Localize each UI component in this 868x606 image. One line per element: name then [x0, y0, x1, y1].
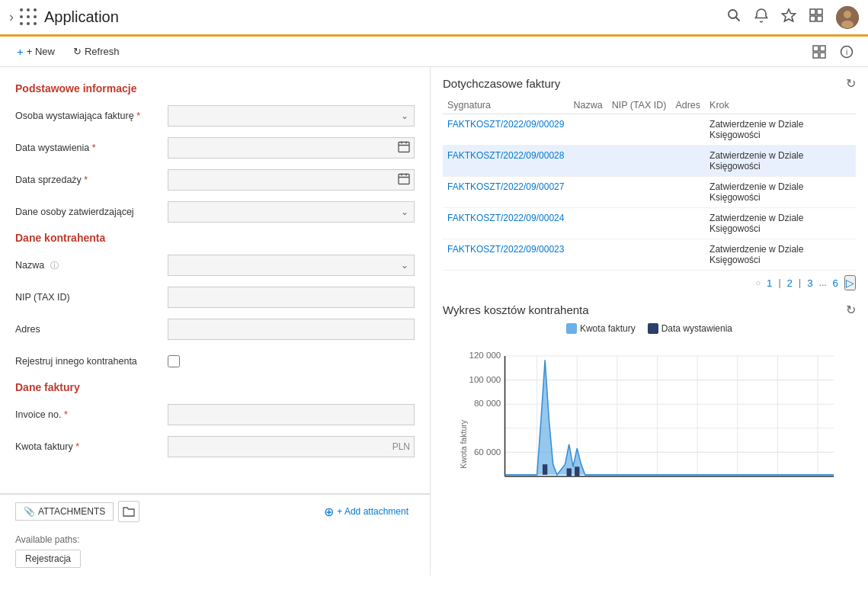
adres-input[interactable] [168, 319, 415, 340]
kwota-input[interactable] [168, 436, 415, 457]
chart-legend: Kwota faktury Data wystawienia [443, 323, 856, 334]
rejestracja-label: Rejestracja [25, 553, 71, 564]
nazwa-select-wrapper: ⌄ [168, 255, 415, 276]
sygnatura-link[interactable]: FAKTKOSZT/2022/09/00028 [447, 150, 564, 161]
table-row: FAKTKOSZT/2022/09/00029Zatwierdzenie w D… [443, 114, 856, 146]
left-panel: Podstawowe informacje Osoba wystawiająca… [0, 67, 431, 576]
folder-button[interactable] [118, 501, 139, 522]
nazwa-select[interactable] [168, 255, 415, 276]
attachments-button[interactable]: 📎 ATTACHMENTS [15, 502, 114, 521]
available-paths-label: Available paths: [15, 534, 415, 545]
sygnatura-link[interactable]: FAKTKOSZT/2022/09/00024 [447, 213, 564, 223]
svg-rect-46 [567, 468, 572, 476]
svg-rect-13 [820, 53, 825, 58]
pagination-prev-icon: ○ [755, 278, 761, 287]
data-sprzedazy-input[interactable] [168, 169, 415, 191]
pagination-next-button[interactable]: ▷ [844, 275, 856, 290]
adres-cell [671, 208, 705, 239]
dane-osoby-row: Dane osoby zatwierdzającej ⌄ [15, 200, 415, 224]
adres-cell [671, 146, 705, 177]
svg-marker-2 [783, 9, 796, 21]
attachments-label: ATTACHMENTS [38, 506, 105, 517]
nip-cell [607, 208, 671, 239]
chart-header: Wykres kosztów kontrahenta ↻ [443, 303, 856, 317]
nip-row: NIP (TAX ID) [15, 285, 415, 309]
data-wystawienia-label: Data wystawienia * [15, 143, 168, 153]
invoice-no-input[interactable] [168, 404, 415, 425]
chart-container: 120 000 100 000 80 000 60 000 Kwota fakt… [443, 340, 856, 492]
rejestruj-checkbox[interactable] [168, 355, 180, 367]
pag-sep-1: | [778, 277, 780, 288]
rejestracja-button[interactable]: Rejestracja [15, 550, 81, 568]
avatar[interactable] [836, 6, 859, 29]
dane-osoby-select[interactable] [168, 201, 415, 223]
faktury-refresh-icon[interactable]: ↻ [846, 76, 856, 91]
required-mark5: * [75, 441, 79, 452]
svg-rect-10 [813, 46, 818, 51]
new-button[interactable]: + + New [9, 42, 62, 61]
faktury-title: Dotychczasowe faktury [443, 77, 560, 90]
legend-kwota: Kwota faktury [566, 323, 636, 334]
required-mark2: * [92, 143, 96, 153]
app-title: Application [44, 8, 119, 26]
nip-label: NIP (TAX ID) [15, 292, 168, 303]
refresh-label: Refresh [85, 46, 120, 57]
sygnatura-link[interactable]: FAKTKOSZT/2022/09/00027 [447, 181, 564, 192]
invoice-no-row: Invoice no. * [15, 402, 415, 427]
nazwa-cell [569, 146, 607, 177]
add-attachment-button[interactable]: ⊕ + Add attachment [318, 502, 415, 522]
rejestruj-row: Rejestruj innego kontrahenta [15, 349, 415, 374]
nip-input[interactable] [168, 287, 415, 308]
grid-icon[interactable] [20, 8, 38, 27]
add-attachment-label: + Add attachment [337, 506, 408, 517]
top-bar-left: › Application [9, 8, 726, 27]
faktury-header-row: Sygnatura Nazwa NIP (TAX ID) Adres Krok [443, 97, 856, 114]
faktury-thead: Sygnatura Nazwa NIP (TAX ID) Adres Krok [443, 97, 856, 114]
page-2-button[interactable]: 2 [784, 276, 796, 290]
pag-sep-3: ... [819, 277, 827, 288]
expand-icon[interactable]: › [9, 9, 14, 25]
legend-kwota-label: Kwota faktury [580, 323, 636, 334]
nip-cell [607, 146, 671, 177]
new-icon: + [17, 45, 24, 58]
sygnatura-link[interactable]: FAKTKOSZT/2022/09/00023 [447, 244, 564, 255]
svg-rect-45 [543, 464, 547, 475]
page-1-button[interactable]: 1 [764, 276, 775, 290]
layout-toggle-button[interactable] [807, 40, 831, 64]
page-3-button[interactable]: 3 [804, 276, 815, 290]
svg-text:60 000: 60 000 [474, 447, 501, 457]
info-icon[interactable]: ⓘ [50, 261, 59, 270]
svg-point-8 [844, 11, 851, 18]
refresh-icon: ↻ [73, 46, 82, 57]
osoba-select[interactable] [168, 105, 415, 127]
osoba-select-wrapper: ⌄ [168, 105, 415, 127]
sygnatura-link[interactable]: FAKTKOSZT/2022/09/00029 [447, 119, 564, 130]
page-6-button[interactable]: 6 [830, 276, 841, 290]
chart-refresh-icon[interactable]: ↻ [846, 303, 856, 317]
info-button[interactable]: i [834, 40, 859, 64]
data-sprzedazy-wrapper [168, 169, 415, 191]
section1-title: Podstawowe informacje [15, 82, 415, 95]
toolbar: + + New ↻ Refresh i [0, 37, 868, 67]
star-icon[interactable] [781, 8, 796, 27]
paperclip-icon: 📎 [24, 506, 35, 517]
adres-row: Adres [15, 317, 415, 341]
search-icon[interactable] [726, 8, 741, 27]
legend-data: Data wystawienia [648, 323, 732, 334]
required-mark: * [136, 111, 140, 121]
krok-cell: Zatwierdzenie w Dziale Księgowości [705, 239, 856, 271]
nip-cell [607, 177, 671, 208]
osoba-row: Osoba wystawiająca fakturę * ⌄ [15, 104, 415, 128]
refresh-button[interactable]: ↻ Refresh [66, 43, 127, 60]
required-mark3: * [84, 175, 88, 185]
col-adres: Adres [671, 97, 705, 114]
bell-icon[interactable] [754, 8, 769, 27]
adres-label: Adres [15, 324, 168, 335]
kwota-label: Kwota faktury * [15, 441, 168, 452]
available-paths: Available paths: Rejestracja [0, 528, 430, 576]
nazwa-cell [569, 114, 607, 146]
svg-text:i: i [846, 48, 847, 56]
layout-icon[interactable] [809, 8, 824, 27]
data-wystawienia-input[interactable] [168, 137, 415, 159]
nazwa-cell [569, 239, 607, 271]
